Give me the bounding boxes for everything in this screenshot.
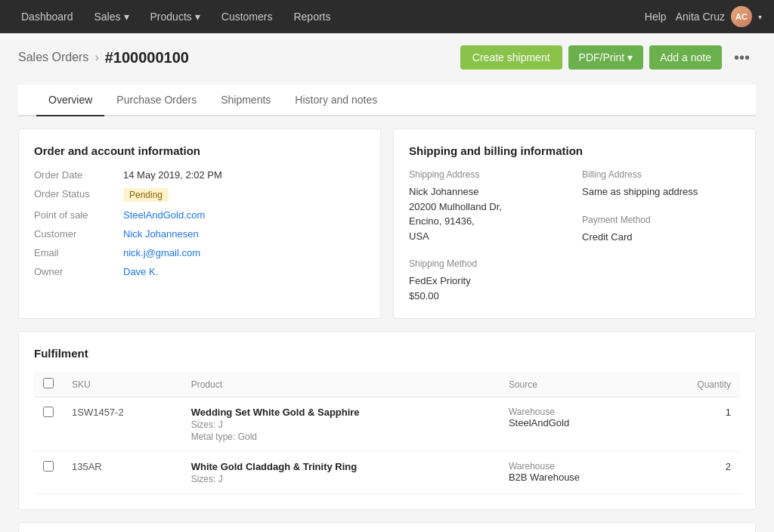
page-title: #100000100: [105, 49, 189, 66]
user-menu[interactable]: Anita Cruz AC ▾: [676, 6, 762, 27]
create-shipment-button[interactable]: Create shipment: [460, 45, 562, 70]
payment-method-value: Credit Card: [582, 230, 740, 245]
customer-link[interactable]: Nick Johannesen: [123, 228, 199, 240]
owner-row: Owner Dave K.: [34, 266, 365, 277]
owner-link[interactable]: Dave K.: [123, 266, 158, 277]
title-row: Sales Orders › #100000100 Create shipmen…: [18, 45, 756, 70]
table-row: 1SW1457-2 Wedding Set White Gold & Sapph…: [34, 397, 740, 452]
product-meta-size: Sizes: J: [191, 474, 491, 484]
nav-dashboard[interactable]: Dashboard: [12, 5, 82, 29]
title-actions: Create shipment PDF/Print ▾ Add a note •…: [460, 45, 756, 70]
info-cards-row: Order and account information Order Date…: [18, 128, 756, 319]
table-row: 135AR White Gold Claddagh & Trinity Ring…: [34, 452, 740, 494]
chevron-down-icon: ▾: [195, 11, 200, 23]
shipping-address-section: Shipping Address Nick Johannese 20200 Mu…: [409, 169, 567, 303]
ordered-products-card: Ordered products: [18, 522, 756, 532]
payment-method-label: Payment Method: [582, 215, 740, 225]
shipping-address-label: Shipping Address: [409, 169, 567, 180]
order-info-title: Order and account information: [34, 144, 365, 157]
email-link[interactable]: nick.j@gmail.com: [123, 247, 200, 258]
row-source: Warehouse SteelAndGold: [500, 397, 652, 452]
nav-customers[interactable]: Customers: [212, 5, 282, 29]
breadcrumb-parent[interactable]: Sales Orders: [18, 51, 88, 64]
row-quantity: 2: [652, 452, 740, 494]
billing-address-section: Billing Address Same as shipping address…: [582, 169, 740, 303]
shipping-address-value: Nick Johannese 20200 Mulholland Dr, Enci…: [409, 184, 567, 243]
avatar: AC: [731, 6, 752, 27]
status-badge: Pending: [123, 188, 169, 202]
shipping-method-value: FedEx Priority$50.00: [409, 274, 567, 303]
breadcrumb: Sales Orders › #100000100: [18, 49, 189, 66]
billing-address-label: Billing Address: [582, 169, 740, 180]
help-link[interactable]: Help: [645, 11, 667, 23]
th-select-all: [34, 372, 63, 397]
email-row: Email nick.j@gmail.com: [34, 247, 365, 258]
order-date-value: 14 May 2019, 2:02 PM: [123, 169, 222, 181]
product-name: Wedding Set White Gold & Sapphire: [191, 407, 491, 418]
shipping-info-card: Shipping and billing information Shippin…: [393, 128, 756, 319]
row-quantity: 1: [652, 397, 740, 452]
point-of-sale-label: Point of sale: [34, 209, 117, 221]
fulfilment-table: SKU Product Source Quantity 1SW1457-2 We…: [34, 372, 740, 494]
product-meta-size: Sizes: J: [191, 419, 491, 430]
row-sku: 135AR: [63, 452, 182, 494]
row-product: Wedding Set White Gold & Sapphire Sizes:…: [182, 397, 500, 452]
row-sku: 1SW1457-2: [63, 397, 182, 452]
nav-products[interactable]: Products ▾: [141, 5, 209, 29]
order-info-grid: Order Date 14 May 2019, 2:02 PM Order St…: [34, 169, 365, 277]
fulfilment-card: Fulfilment SKU Product Source Quantity: [18, 331, 756, 510]
th-source: Source: [500, 372, 652, 397]
add-note-button[interactable]: Add a note: [649, 45, 722, 70]
th-sku: SKU: [63, 372, 182, 397]
customer-row: Customer Nick Johannesen: [34, 228, 365, 240]
point-of-sale-link[interactable]: SteelAndGold.com: [123, 209, 205, 221]
product-name: White Gold Claddagh & Trinity Ring: [191, 461, 491, 472]
owner-label: Owner: [34, 266, 117, 277]
chevron-down-icon: ▾: [627, 51, 633, 63]
customer-label: Customer: [34, 228, 117, 240]
top-navigation: Dashboard Sales ▾ Products ▾ Customers R…: [0, 0, 774, 33]
shipping-method-label: Shipping Method: [409, 258, 567, 269]
order-date-label: Order Date: [34, 169, 117, 181]
nav-right: Help Anita Cruz AC ▾: [645, 6, 762, 27]
source-value: B2B Warehouse: [509, 472, 642, 483]
nav-left: Dashboard Sales ▾ Products ▾ Customers R…: [12, 5, 645, 29]
row-checkbox[interactable]: [43, 461, 54, 472]
user-name: Anita Cruz: [676, 11, 725, 23]
nav-reports[interactable]: Reports: [284, 5, 339, 29]
shipping-grid: Shipping Address Nick Johannese 20200 Mu…: [409, 169, 740, 303]
th-quantity: Quantity: [652, 372, 740, 397]
row-checkbox-cell: [34, 452, 63, 494]
tab-overview[interactable]: Overview: [36, 85, 104, 116]
page-content: Sales Orders › #100000100 Create shipmen…: [0, 33, 774, 532]
shipping-info-title: Shipping and billing information: [409, 144, 740, 157]
product-meta-metal: Metal type: Gold: [191, 431, 491, 442]
billing-address-value: Same as shipping address: [582, 184, 740, 200]
tab-purchase-orders[interactable]: Purchase Orders: [104, 85, 209, 116]
point-of-sale-row: Point of sale SteelAndGold.com: [34, 209, 365, 221]
breadcrumb-separator: ›: [94, 51, 98, 64]
source-value: SteelAndGold: [509, 417, 642, 428]
chevron-down-icon: ▾: [124, 11, 129, 23]
row-source: Warehouse B2B Warehouse: [500, 452, 652, 494]
order-date-row: Order Date 14 May 2019, 2:02 PM: [34, 169, 365, 181]
row-product: White Gold Claddagh & Trinity Ring Sizes…: [182, 452, 500, 494]
row-checkbox[interactable]: [43, 407, 54, 417]
more-options-button[interactable]: •••: [728, 46, 756, 70]
chevron-down-icon: ▾: [758, 13, 762, 21]
tab-bar: Overview Purchase Orders Shipments Histo…: [18, 85, 756, 116]
email-label: Email: [34, 247, 117, 258]
source-label: Warehouse: [509, 407, 642, 417]
tab-shipments[interactable]: Shipments: [209, 85, 283, 116]
nav-sales[interactable]: Sales ▾: [85, 5, 138, 29]
th-product: Product: [182, 372, 500, 397]
select-all-checkbox[interactable]: [43, 378, 54, 388]
pdf-print-button[interactable]: PDF/Print ▾: [568, 45, 644, 70]
source-label: Warehouse: [509, 461, 642, 472]
tab-history-notes[interactable]: History and notes: [283, 85, 389, 116]
order-status-row: Order Status Pending: [34, 188, 365, 202]
row-checkbox-cell: [34, 397, 63, 452]
order-info-card: Order and account information Order Date…: [18, 128, 381, 319]
fulfilment-title: Fulfilment: [34, 347, 740, 360]
order-status-label: Order Status: [34, 188, 117, 200]
